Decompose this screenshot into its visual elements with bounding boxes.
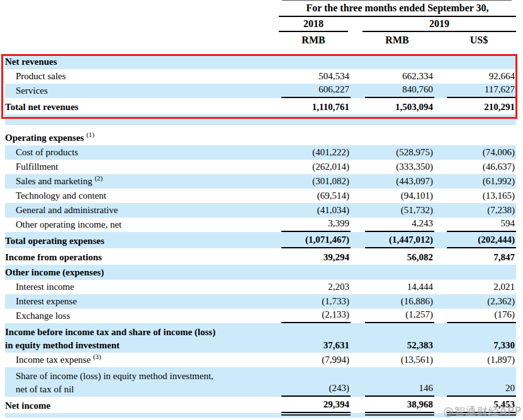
- value-2019-rmb: (528,975): [365, 146, 434, 160]
- year-gap: [348, 18, 363, 32]
- table-row: Interest income2,20314,4442,021: [5, 280, 516, 294]
- row-label-text: Total net revenues: [5, 102, 79, 112]
- value-2018-rmb: (7,994): [281, 353, 351, 367]
- financial-statement-page: For the three months ended September 30,…: [0, 0, 523, 420]
- row-label-text: Net revenues: [5, 57, 57, 67]
- table-row: Operating expenses (1): [5, 130, 516, 145]
- table-row: Sales and marketing (2)(301,082)(443,097…: [5, 174, 516, 189]
- table-row: General and administrative(41,034)(51,73…: [5, 203, 516, 218]
- value-2019-usd: (202,444): [447, 233, 516, 248]
- row-label: Technology and content: [5, 189, 281, 203]
- table-row: Interest expense(1,733)(16,886)(2,362): [5, 294, 516, 309]
- value-2018-rmb: (1,733): [281, 295, 351, 309]
- table-row: [5, 413, 516, 417]
- value-2018-rmb: (2,133): [281, 308, 351, 323]
- value-2019-usd: (176): [447, 308, 516, 323]
- value-2018-rmb: 1,110,761: [281, 101, 351, 114]
- table-row: Fulfillment(262,014)(333,350)(46,637): [5, 160, 516, 174]
- value-2019-usd: [447, 69, 516, 69]
- currency-row: RMB RMB US$: [279, 35, 516, 46]
- row-label-text: Net income: [5, 401, 50, 411]
- table-row: Technology and content(69,514)(94,101)(1…: [5, 189, 516, 203]
- value-2019-rmb: (16,886): [365, 295, 434, 309]
- row-label-text-line2: in equity method investment: [5, 340, 120, 350]
- table-row: Income tax expense (3)(7,994)(13,561)(1,…: [5, 353, 516, 367]
- value-2019-usd: (1,897): [447, 353, 516, 367]
- value-2018-rmb: (41,034): [281, 204, 351, 218]
- row-label: Interest income: [5, 280, 281, 294]
- value-2019-rmb: (13,561): [365, 353, 434, 367]
- row-label-text: Operating expenses: [5, 133, 84, 143]
- currency-header-2019-usd: US$: [444, 35, 514, 46]
- row-label-text: Services: [16, 86, 48, 96]
- row-label-text: Fulfillment: [16, 162, 59, 172]
- value-2018-rmb: [281, 145, 351, 145]
- value-2018-rmb: [281, 414, 351, 417]
- value-2019-rmb: (51,732): [365, 204, 434, 218]
- value-2019-rmb: 1,503,094: [365, 101, 434, 114]
- value-2019-usd: [447, 414, 516, 417]
- financial-table-body: Net revenuesProduct sales504,534662,3349…: [0, 54, 523, 417]
- value-2019-usd: 117,627: [447, 83, 516, 98]
- value-2018-rmb: 29,394: [281, 398, 351, 413]
- value-2019-usd: (61,992): [447, 175, 516, 189]
- table-row: Income from operations39,29456,0827,847: [5, 248, 516, 265]
- value-2019-rmb: [365, 414, 434, 417]
- cropped-rule-artifact: [282, 0, 512, 1]
- value-2019-usd: 594: [447, 217, 516, 232]
- value-2018-rmb: (69,514): [281, 189, 351, 203]
- row-label: Total operating expenses: [5, 235, 281, 248]
- row-label: General and administrative: [5, 204, 281, 218]
- value-2018-rmb: (243): [281, 382, 351, 397]
- row-label-text: Other income (expenses): [5, 267, 104, 277]
- value-2019-usd: 210,291: [447, 101, 516, 114]
- value-2018-rmb: (401,222): [281, 146, 351, 160]
- row-label: Fulfillment: [5, 160, 281, 174]
- table-row: Other income (expenses): [5, 265, 516, 280]
- value-2019-rmb: (1,257): [365, 308, 434, 323]
- row-label-text: Income tax expense: [16, 355, 91, 365]
- row-label: Product sales: [5, 70, 281, 84]
- value-2019-rmb: [365, 69, 434, 69]
- row-label-text: Technology and content: [16, 191, 106, 201]
- row-label-text: General and administrative: [16, 205, 118, 215]
- footnote-ref: (2): [94, 174, 103, 182]
- value-2019-rmb: (333,350): [365, 160, 434, 174]
- table-row: Share of income (loss) in equity method …: [5, 367, 516, 397]
- value-2019-usd: 7,330: [447, 339, 516, 353]
- row-label-text: Interest expense: [16, 296, 77, 306]
- row-label: Other income (expenses): [5, 266, 281, 280]
- row-label-text: Other operating income, net: [16, 219, 121, 229]
- value-2019-rmb: 14,444: [365, 280, 434, 294]
- year-row: 2018 2019: [279, 18, 516, 32]
- value-2019-rmb: [365, 279, 434, 280]
- value-2019-usd: [447, 145, 516, 145]
- value-2019-rmb: 4,243: [365, 217, 434, 232]
- row-label: Income from operations: [5, 251, 281, 265]
- value-2018-rmb: 606,227: [281, 83, 351, 98]
- value-2018-rmb: (301,082): [281, 175, 351, 189]
- table-row: Total operating expenses(1,071,467)(1,44…: [5, 232, 516, 248]
- row-label-text: Interest income: [16, 282, 74, 292]
- row-label: Income before income tax and share of in…: [5, 326, 281, 353]
- value-2019-rmb: 662,334: [365, 70, 434, 84]
- row-label: Net income: [5, 399, 281, 413]
- year-2019: 2019: [363, 18, 516, 32]
- table-row: Services606,227840,760117,627: [5, 84, 516, 98]
- row-label: Net revenues: [5, 55, 281, 69]
- value-2019-usd: 2,021: [447, 280, 516, 294]
- row-label: Services: [5, 84, 281, 98]
- table-row: Total net revenues1,110,7611,503,094210,…: [5, 98, 516, 114]
- value-2019-rmb: 38,968: [365, 398, 434, 413]
- value-2019-rmb: 146: [365, 382, 434, 397]
- row-label-text: Total operating expenses: [5, 236, 104, 246]
- value-2019-rmb: (94,101): [365, 189, 434, 203]
- row-label-text: Share of income (loss) in equity method …: [16, 371, 213, 381]
- table-header: For the three months ended September 30,…: [279, 3, 516, 46]
- row-label: Other operating income, net: [5, 218, 281, 232]
- value-2019-usd: 20: [447, 382, 516, 397]
- row-label: Share of income (loss) in equity method …: [5, 370, 281, 397]
- row-label: Sales and marketing (2): [5, 175, 281, 189]
- table-row: Income before income tax and share of in…: [5, 323, 516, 353]
- value-2019-usd: (13,165): [447, 189, 516, 203]
